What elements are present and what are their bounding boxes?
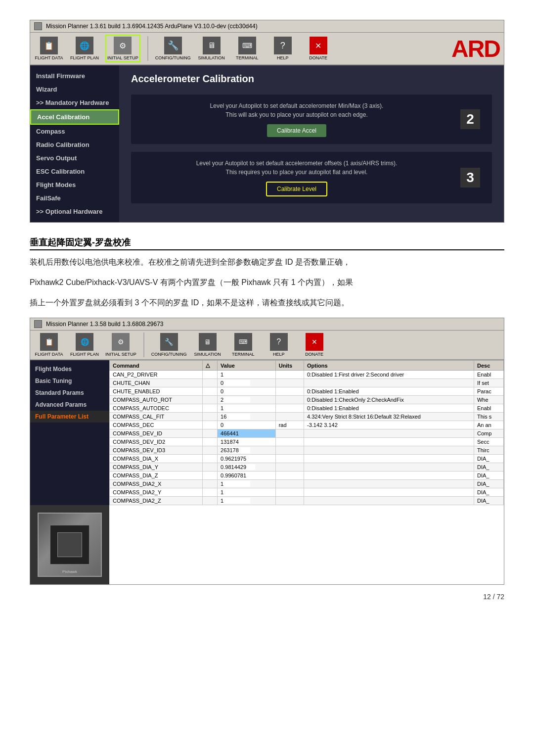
b-simulation-label: SIMULATION: [194, 352, 221, 357]
b-donate-label: DONATE: [305, 352, 323, 357]
table-row[interactable]: CHUTE_CHAN If set: [110, 379, 504, 387]
sidebar-failsafe[interactable]: FailSafe: [30, 191, 119, 205]
param-table: Command △ Value Units Options Desc CAN_P…: [109, 360, 504, 505]
table-row[interactable]: COMPASS_DIA_Z DIA_: [110, 472, 504, 480]
toolbar-flight-data[interactable]: 📋 FLIGHT DATA: [34, 37, 64, 60]
sidebar-accel-calibration[interactable]: Accel Calibration: [30, 109, 119, 125]
flight-data-icon: 📋: [40, 37, 58, 54]
b-toolbar-terminal[interactable]: ⌨ TERMINAL: [228, 333, 258, 357]
b-toolbar-initial-setup[interactable]: ⚙ INITIAL SETUP: [105, 333, 136, 357]
param-options: [304, 455, 474, 463]
toolbar-initial-setup[interactable]: ⚙ INITIAL SETUP: [105, 35, 140, 62]
param-command: CAN_P2_DRIVER: [110, 371, 203, 379]
sidebar-wizard[interactable]: Wizard: [30, 83, 119, 96]
param-options: [304, 463, 474, 472]
table-row[interactable]: COMPASS_DEV_ID Comp: [110, 429, 504, 438]
table-row[interactable]: COMPASS_AUTODEC 0:Disabled 1:Enabled Ena…: [110, 404, 504, 413]
param-value[interactable]: [218, 429, 276, 438]
cal-row-1: Level your Autopilot to set default acce…: [139, 101, 484, 137]
toolbar-simulation[interactable]: 🖥 SIMULATION: [197, 37, 226, 60]
calibrate-accel-button[interactable]: Calibrate Accel: [267, 124, 326, 137]
bottom-split-area: Pixhawk: [30, 505, 504, 584]
toolbar-help[interactable]: ? HELP: [268, 37, 298, 60]
table-row[interactable]: CHUTE_ENABLED 0:Disabled 1:Enabled Parac: [110, 387, 504, 396]
param-units: [275, 379, 304, 387]
param-value[interactable]: [218, 413, 276, 421]
param-value[interactable]: [218, 421, 276, 429]
param-command: COMPASS_AUTO_ROT: [110, 396, 203, 404]
bottom-screenshot: Mission Planner 1.3.58 build 1.3.6808.29…: [30, 318, 504, 585]
param-value[interactable]: [218, 387, 276, 396]
param-desc: Enabl: [474, 404, 503, 413]
param-command: COMPASS_DIA_Z: [110, 472, 203, 480]
flight-plan-icon: 🌐: [76, 37, 93, 54]
app-icon: [34, 22, 42, 30]
b-toolbar-flight-plan[interactable]: 🌐 FLIGHT PLAN: [70, 333, 99, 357]
toolbar-flight-plan[interactable]: 🌐 FLIGHT PLAN: [70, 37, 99, 60]
param-units: [275, 413, 304, 421]
param-value[interactable]: [218, 463, 276, 472]
param-delta: [203, 396, 218, 404]
table-row[interactable]: COMPASS_DEC rad -3.142 3.142 An an: [110, 421, 504, 429]
param-command: COMPASS_DEV_ID2: [110, 438, 203, 446]
ard-logo: ARD: [451, 35, 500, 62]
sidebar-esc-calibration[interactable]: ESC Calibration: [30, 165, 119, 178]
b-sidebar-advanced-params[interactable]: Advanced Params: [30, 399, 109, 411]
param-value[interactable]: [218, 480, 276, 488]
param-value[interactable]: [218, 404, 276, 413]
b-toolbar-flight-data[interactable]: 📋 FLIGHT DATA: [34, 333, 64, 357]
table-row[interactable]: COMPASS_DIA_X DIA_: [110, 455, 504, 463]
table-row[interactable]: COMPASS_DIA2_Z DIA_: [110, 497, 504, 505]
sidebar-compass[interactable]: Compass: [30, 125, 119, 138]
b-sidebar-flight-modes[interactable]: Flight Modes: [30, 363, 109, 375]
sidebar-mandatory-hardware[interactable]: >> Mandatory Hardware: [30, 96, 119, 109]
top-content: Accelerometer Calibration Level your Aut…: [119, 65, 504, 222]
param-value[interactable]: [218, 472, 276, 480]
param-value[interactable]: [218, 396, 276, 404]
param-options: 0:Disabled 1:CheckOnly 2:CheckAndFix: [304, 396, 474, 404]
param-value[interactable]: [218, 497, 276, 505]
sidebar-flight-modes[interactable]: Flight Modes: [30, 178, 119, 191]
calibrate-level-button[interactable]: Calibrate Level: [266, 182, 327, 196]
toolbar-config[interactable]: 🔧 CONFIG/TUNING: [155, 37, 191, 60]
sidebar-radio-calibration[interactable]: Radio Calibration: [30, 138, 119, 151]
sidebar-install-firmware[interactable]: Install Firmware: [30, 69, 119, 83]
param-desc: DIA_: [474, 488, 503, 497]
b-toolbar-config[interactable]: 🔧 CONFIG/TUNING: [151, 333, 187, 357]
b-sidebar-full-param-list[interactable]: Full Parameter List: [30, 411, 109, 423]
b-config-label: CONFIG/TUNING: [151, 352, 187, 357]
table-row[interactable]: COMPASS_DIA2_X DIA_: [110, 480, 504, 488]
bottom-app-icon: [34, 320, 42, 328]
param-delta: [203, 497, 218, 505]
toolbar-donate[interactable]: ✕ DONATE: [304, 37, 333, 60]
bottom-sidebar: Flight Modes Basic Tuning Standard Param…: [30, 360, 109, 505]
param-delta: [203, 379, 218, 387]
param-units: [275, 387, 304, 396]
table-row[interactable]: COMPASS_DIA2_Y DIA_: [110, 488, 504, 497]
table-row[interactable]: COMPASS_CAL_FIT 4.324:Very Strict 8:Stri…: [110, 413, 504, 421]
b-sidebar-standard-params[interactable]: Standard Params: [30, 387, 109, 399]
table-row[interactable]: COMPASS_AUTO_ROT 0:Disabled 1:CheckOnly …: [110, 396, 504, 404]
param-value[interactable]: [218, 438, 276, 446]
table-row[interactable]: COMPASS_DEV_ID3 Thirc: [110, 446, 504, 455]
table-row[interactable]: COMPASS_DIA_Y DIA_: [110, 463, 504, 472]
table-row[interactable]: CAN_P2_DRIVER 0:Disabled 1:First driver …: [110, 371, 504, 379]
b-toolbar-simulation[interactable]: 🖥 SIMULATION: [193, 333, 222, 357]
toolbar-flight-data-label: FLIGHT DATA: [35, 55, 63, 60]
param-value[interactable]: [218, 455, 276, 463]
param-delta: [203, 413, 218, 421]
toolbar-terminal[interactable]: ⌨ TERMINAL: [232, 37, 262, 60]
param-value[interactable]: [218, 379, 276, 387]
param-delta: [203, 463, 218, 472]
b-sidebar-basic-tuning[interactable]: Basic Tuning: [30, 375, 109, 387]
sidebar-servo-output[interactable]: Servo Output: [30, 151, 119, 165]
param-desc: If set: [474, 379, 503, 387]
level-calibrate-section: Level your Autopilot to set default acce…: [131, 152, 492, 203]
param-value[interactable]: [218, 371, 276, 379]
b-toolbar-donate[interactable]: ✕ DONATE: [300, 333, 329, 357]
table-row[interactable]: COMPASS_DEV_ID2 Secc: [110, 438, 504, 446]
param-value[interactable]: [218, 488, 276, 497]
b-toolbar-help[interactable]: ? HELP: [264, 333, 294, 357]
sidebar-optional-hardware[interactable]: >> Optional Hardware: [30, 205, 119, 218]
param-value[interactable]: [218, 446, 276, 455]
